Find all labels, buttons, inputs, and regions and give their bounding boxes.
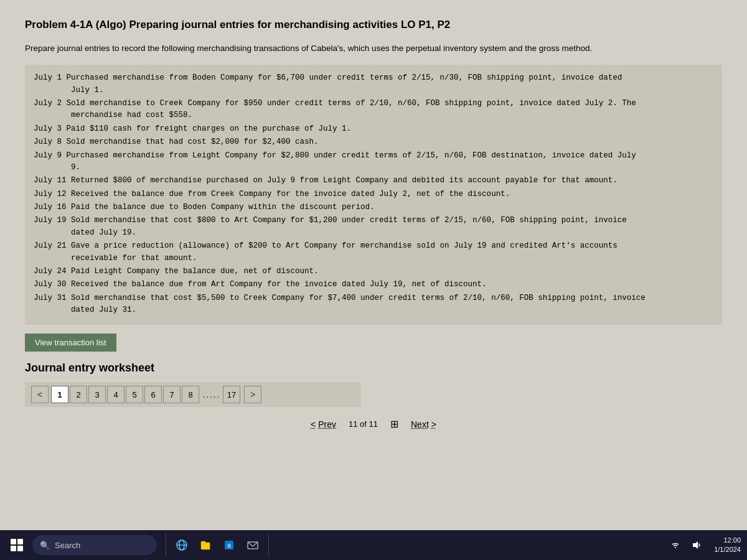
tx-july31-date: July 31 bbox=[34, 294, 71, 302]
problem-title: Problem 4-1A (Algo) Preparing journal en… bbox=[25, 19, 722, 31]
taskbar-app-store[interactable]: a bbox=[218, 533, 240, 557]
svg-rect-4 bbox=[201, 541, 205, 544]
tx-july16-text: Paid the balance due to Boden Company wi… bbox=[71, 203, 375, 212]
taskbar-app-browser[interactable] bbox=[171, 533, 192, 557]
taskbar-apps: a bbox=[166, 533, 269, 557]
network-icon[interactable] bbox=[667, 536, 684, 554]
pagination-page-3[interactable]: 3 bbox=[88, 386, 106, 403]
pagination-left-arrow[interactable]: < bbox=[31, 386, 49, 403]
tx-july11-date: July 11 bbox=[34, 176, 71, 185]
tx-july31-cont: dated July 31. bbox=[34, 306, 136, 314]
pagination-right-arrow[interactable]: > bbox=[244, 386, 261, 403]
taskbar-system-icons: 12:00 1/1/2024 bbox=[667, 536, 741, 555]
win-logo-sq4 bbox=[17, 546, 23, 551]
tx-july24: July 24 Paid Leight Company the balance … bbox=[34, 266, 713, 278]
tx-july21-text: Gave a price reduction (allowance) of $2… bbox=[71, 241, 618, 250]
pagination-page-7[interactable]: 7 bbox=[163, 386, 181, 403]
intro-text: Prepare journal entries to record the fo… bbox=[25, 42, 722, 55]
tx-july30-date: July 30 bbox=[34, 280, 71, 289]
tx-july12-date: July 12 bbox=[34, 190, 71, 198]
prev-button[interactable]: < Prev bbox=[311, 419, 336, 429]
next-label: Next bbox=[411, 419, 429, 429]
start-button[interactable] bbox=[6, 534, 27, 556]
tx-july2-date: July 2 bbox=[34, 99, 67, 108]
browser-icon bbox=[176, 539, 188, 551]
wifi-icon bbox=[670, 540, 680, 550]
tx-july12-text: Received the balance due from Creek Comp… bbox=[71, 190, 510, 198]
tx-july21-date: July 21 bbox=[34, 241, 71, 250]
tx-july1-date: July 1 bbox=[34, 73, 67, 82]
tx-july1-text: Purchased merchandise from Boden Company… bbox=[67, 73, 622, 82]
tx-july30: July 30 Received the balance due from Ar… bbox=[34, 279, 713, 291]
tx-july2: July 2 Sold merchandise to Creek Company… bbox=[34, 98, 713, 122]
view-transaction-list-button[interactable]: View transaction list bbox=[25, 334, 116, 352]
pagination-dots: ..... bbox=[203, 390, 220, 399]
files-icon bbox=[199, 539, 212, 551]
tx-july19-text: Sold merchandise that cost $800 to Art C… bbox=[71, 216, 627, 225]
search-icon: 🔍 bbox=[40, 541, 50, 550]
tx-july31-text: Sold merchandise that cost $5,500 to Cre… bbox=[71, 294, 646, 302]
prev-label: Prev bbox=[318, 419, 336, 429]
tx-july3-text: Paid $110 cash for freight charges on th… bbox=[67, 124, 352, 133]
taskbar-search[interactable]: 🔍 Search bbox=[32, 535, 157, 555]
svg-marker-8 bbox=[693, 541, 698, 549]
win-logo-sq2 bbox=[17, 539, 23, 544]
tx-july24-text: Paid Leight Company the balance due, net… bbox=[71, 267, 319, 276]
taskbar-app-files[interactable] bbox=[195, 533, 216, 557]
pagination-page-6[interactable]: 6 bbox=[144, 386, 162, 403]
store-icon: a bbox=[223, 539, 235, 551]
tx-july3: July 3 Paid $110 cash for freight charge… bbox=[34, 123, 713, 135]
tx-july9-cont: 9. bbox=[34, 163, 80, 172]
worksheet-title: Journal entry worksheet bbox=[25, 362, 722, 375]
pagination-page-5[interactable]: 5 bbox=[126, 386, 143, 403]
grid-icon[interactable]: ⊞ bbox=[390, 418, 398, 430]
win-logo-sq1 bbox=[11, 539, 16, 544]
taskbar-clock: 12:00 bbox=[714, 536, 741, 545]
tx-july11-text: Returned $800 of merchandise purchased o… bbox=[71, 176, 618, 185]
tx-july8-date: July 8 bbox=[34, 138, 67, 146]
svg-text:a: a bbox=[227, 542, 231, 549]
tx-july19-cont: dated July 19. bbox=[34, 228, 136, 237]
taskbar: 🔍 Search a bbox=[0, 530, 747, 560]
pagination-page-17[interactable]: 17 bbox=[223, 386, 240, 403]
nav-bottom: < Prev 11 of 11 ⊞ Next > bbox=[25, 414, 722, 432]
next-button[interactable]: Next > bbox=[411, 419, 436, 429]
tx-july2-text: Sold merchandise to Creek Company for $9… bbox=[67, 99, 636, 108]
next-chevron-icon: > bbox=[431, 419, 436, 429]
tx-july21: July 21 Gave a price reduction (allowanc… bbox=[34, 240, 713, 264]
taskbar-time: 12:00 1/1/2024 bbox=[714, 536, 741, 555]
tx-july9: July 9 Purchased merchandise from Leight… bbox=[34, 150, 713, 174]
tx-july19: July 19 Sold merchandise that cost $800 … bbox=[34, 215, 713, 239]
windows-logo-icon bbox=[11, 539, 23, 551]
mail-icon bbox=[247, 539, 259, 551]
tx-july11: July 11 Returned $800 of merchandise pur… bbox=[34, 175, 713, 187]
tx-july21-cont: receivable for that amount. bbox=[34, 254, 197, 263]
search-label: Search bbox=[55, 541, 80, 550]
tx-july24-date: July 24 bbox=[34, 267, 71, 276]
tx-july16-date: July 16 bbox=[34, 203, 71, 212]
tx-july9-text: Purchased merchandise from Leight Compan… bbox=[67, 151, 636, 160]
prev-chevron-icon: < bbox=[311, 419, 316, 429]
pagination-page-8[interactable]: 8 bbox=[182, 386, 199, 403]
page-info: 11 of 11 bbox=[349, 419, 378, 429]
tx-july31: July 31 Sold merchandise that cost $5,50… bbox=[34, 292, 713, 317]
worksheet-section: Journal entry worksheet < 1 2 3 4 5 6 7 … bbox=[25, 362, 722, 432]
tx-july12: July 12 Received the balance due from Cr… bbox=[34, 189, 713, 200]
tx-july9-date: July 9 bbox=[34, 151, 67, 160]
volume-icon[interactable] bbox=[688, 536, 705, 554]
pagination-page-4[interactable]: 4 bbox=[107, 386, 125, 403]
tx-july3-date: July 3 bbox=[34, 124, 67, 133]
win-logo-sq3 bbox=[11, 546, 16, 551]
tx-july19-date: July 19 bbox=[34, 216, 71, 225]
pagination-bar: < 1 2 3 4 5 6 7 8 ..... 17 > bbox=[25, 382, 361, 407]
taskbar-app-mail[interactable] bbox=[242, 533, 263, 557]
pagination-page-2[interactable]: 2 bbox=[70, 386, 87, 403]
speaker-icon bbox=[692, 540, 702, 550]
main-content: Problem 4-1A (Algo) Preparing journal en… bbox=[0, 0, 747, 530]
pagination-page-1[interactable]: 1 bbox=[51, 386, 68, 403]
tx-july1: July 1 Purchased merchandise from Boden … bbox=[34, 72, 713, 96]
tx-july2-cont: merchandise had cost $558. bbox=[34, 111, 192, 119]
tx-july1-cont: July 1. bbox=[34, 86, 104, 95]
tx-july30-text: Received the balance due from Art Compan… bbox=[71, 280, 487, 289]
taskbar-date: 1/1/2024 bbox=[714, 545, 741, 554]
